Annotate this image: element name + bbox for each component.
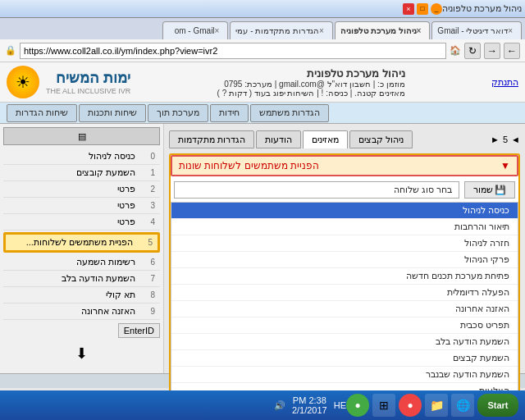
dropdown-header[interactable]: ▼ הפניית משתמשים לשלוחות שונות [171, 155, 518, 176]
dropdown-arrow-icon: ▼ [500, 160, 510, 171]
tab-listeners[interactable]: מאזינים [303, 130, 348, 148]
right-list: 0 כניסה לניהול 1 השמעת קובצים 2 פרטי 3 פ… [3, 148, 160, 320]
chrome-icon[interactable]: ● [399, 394, 422, 417]
taskbar: Start 🌐 📁 ● ⊞ ● HE 2:38 PM 2/1/2017 🔊 [0, 390, 525, 420]
right-item-3[interactable]: 3 פרטי [3, 198, 160, 214]
right-panel: ▤ 0 כניסה לניהול 1 השמעת קובצים 2 פרטי [0, 124, 164, 373]
right-item-6[interactable]: 6 רשימות השמעה [3, 254, 160, 271]
page-content: התנתק ניהול מערכת טלפונית מוזמן כ: | חשב… [0, 62, 525, 390]
title-bar: ניהול מערכת טלפוניה _ □ × [0, 0, 525, 18]
save-trigger[interactable]: בחר סוג שלוחה [174, 181, 459, 199]
tab-close-icon[interactable]: × [508, 26, 513, 35]
taskbar-time: 2:38 PM 2/1/2017 [292, 395, 327, 415]
close-btn[interactable]: × [403, 3, 414, 15]
tab-close-icon[interactable]: × [215, 26, 220, 35]
logo-text: ימות המשיח THE ALL INCLUSIVE IVR [46, 69, 130, 95]
main-area: ◄ 5 ► ניהול קבצים מאזינים הודעות הגדרות … [0, 124, 525, 373]
nav-btn-calls-settings[interactable]: שיחות הגדרות [7, 104, 77, 122]
tab-ivr[interactable]: × ניהול מערכת טלפוניה [335, 21, 430, 39]
tab-advanced[interactable]: הגדרות מתקדמות [169, 130, 254, 148]
top-nav: הגדרות משתמש חידות מערכת תוך שיחות ותכנו… [0, 103, 525, 124]
nav-btn-updates[interactable]: חידות [210, 104, 249, 122]
tab-messages[interactable]: הודעות [256, 130, 301, 148]
dropdown-item-9[interactable]: השמעת קבצים [171, 350, 518, 367]
chrome-icon2[interactable]: ● [346, 394, 369, 417]
download-icon[interactable]: ⬇ [3, 345, 160, 363]
save-icon: 💾 [495, 185, 506, 195]
dropdown-item-2[interactable]: חזרה לניהול [171, 235, 518, 252]
right-item-1[interactable]: 1 השמעת קובצים [3, 165, 160, 181]
ie-icon[interactable]: 🌐 [451, 394, 474, 417]
panel-tabs: ניהול קבצים מאזינים הודעות הגדרות מתקדמו… [169, 130, 413, 148]
back-btn[interactable]: ← [504, 43, 520, 59]
refresh-btn[interactable]: ↻ [464, 43, 481, 59]
right-item-7[interactable]: 7 השמעת הודעה בלב [3, 271, 160, 287]
nav-btn-system[interactable]: מערכת תוך [148, 104, 208, 122]
tab-gmail[interactable]: × דואר דיגיטלי - Gmail [431, 21, 522, 39]
next-page-btn[interactable]: ► [491, 135, 500, 144]
left-panel: ◄ 5 ► ניהול קבצים מאזינים הודעות הגדרות … [164, 124, 525, 373]
nav-btn-settings[interactable]: הגדרות משתמש [250, 104, 329, 122]
tab-close-icon[interactable]: × [319, 26, 324, 35]
right-item-4[interactable]: 4 פרטי [3, 214, 160, 231]
right-item-8[interactable]: 8 תא קולי [3, 287, 160, 304]
taskbar-lang: HE [334, 400, 346, 410]
home-icon[interactable]: 🏠 [450, 45, 461, 56]
start-button[interactable]: Start [477, 394, 518, 417]
dropdown-item-1[interactable]: תיאור והרחבות [171, 219, 518, 235]
tab-gmail2[interactable]: × om - Gmail [162, 21, 228, 39]
header-info: ניהול מערכת טלפונית מוזמן כ: | חשבון דוא… [217, 67, 405, 98]
dropdown-item-11[interactable]: הצלעות [171, 383, 518, 390]
maximize-btn[interactable]: □ [417, 3, 428, 15]
tab-settings[interactable]: × הגדרות מתקדמות - עמי [230, 21, 333, 39]
nav-btn-calls[interactable]: שיחות ותכנות [79, 104, 146, 122]
dropdown-container: ▼ הפניית משתמשים לשלוחות שונות 💾 שמור בח… [169, 153, 520, 390]
save-row: 💾 שמור בחר סוג שלוחה [171, 178, 518, 202]
header-info-line1: מוזמן כ: | חשבון דוא"ל @gmail.com | מערכ… [217, 80, 405, 89]
dropdown-list: כניסה לניהול תיאור והרחבות חזרה לניהול פ… [171, 202, 518, 390]
header-title: ניהול מערכת טלפונית [217, 67, 405, 80]
logo-sun-icon: ☀ [7, 66, 39, 98]
dropdown-item-5[interactable]: הפעלה רדיומלית [171, 285, 518, 301]
dropdown-item-0[interactable]: כניסה לניהול [171, 203, 518, 219]
page-indicator: 5 [503, 135, 508, 144]
lock-icon: 🔒 [5, 45, 16, 56]
right-item-5[interactable]: 5 הפניית משתמשים לשלוחות... [5, 234, 158, 251]
right-item-9[interactable]: 9 האזנה אחרונה [3, 304, 160, 320]
dropdown-item-4[interactable]: פתיחת מערכת תכנים חדשה [171, 268, 518, 285]
right-panel-icon: ▤ [78, 131, 86, 142]
forward-btn[interactable]: → [484, 43, 500, 59]
right-item-2[interactable]: 2 פרטי [3, 181, 160, 198]
dropdown-item-3[interactable]: פרקי הניהול [171, 252, 518, 268]
tab-files[interactable]: ניהול קבצים [349, 130, 413, 148]
header-logout: התנתק [491, 77, 518, 88]
window-title: ניהול מערכת טלפוניה [442, 3, 522, 14]
enter-id-button[interactable]: EnterID [118, 323, 160, 338]
right-item-0[interactable]: 0 כניסה לניהול [3, 148, 160, 165]
dropdown-item-7[interactable]: תפריט סכבית [171, 317, 518, 334]
speaker-icon[interactable]: 🔊 [274, 400, 285, 411]
right-panel-header: ▤ [3, 127, 160, 145]
minimize-btn[interactable]: _ [431, 3, 442, 15]
address-input[interactable] [20, 43, 446, 59]
tab-bar: × דואר דיגיטלי - Gmail × ניהול מערכת טלפ… [0, 18, 525, 39]
panel-nav: ◄ 5 ► ניהול קבצים מאזינים הודעות הגדרות … [169, 129, 520, 150]
save-button[interactable]: 💾 שמור [464, 181, 515, 199]
taskbar-icons: 🌐 📁 ● ⊞ ● [346, 394, 474, 417]
address-bar: ← → ↻ 🏠 🔒 [0, 39, 525, 62]
dropdown-item-6[interactable]: האזנה אחרונה [171, 301, 518, 317]
header-info-line2: מאזינים קטנה. | כניסה: ! | השיחות יפוג ב… [217, 89, 405, 98]
apps-icon[interactable]: ⊞ [372, 394, 395, 417]
prev-page-btn[interactable]: ◄ [511, 135, 520, 144]
site-header: התנתק ניהול מערכת טלפונית מוזמן כ: | חשב… [0, 62, 525, 103]
logo-area: ימות המשיח THE ALL INCLUSIVE IVR ☀ [7, 66, 130, 98]
dropdown-item-10[interactable]: השמעת הודעה שבנבר [171, 367, 518, 383]
right-highlight-box: 5 הפניית משתמשים לשלוחות... [3, 232, 160, 253]
taskbar-right: HE 2:38 PM 2/1/2017 🔊 [274, 395, 346, 415]
tab-close-icon[interactable]: × [417, 26, 422, 35]
folder-icon[interactable]: 📁 [425, 394, 448, 417]
dropdown-item-8[interactable]: השמעת הודעה בלב [171, 334, 518, 350]
page-nav: ◄ 5 ► [491, 135, 520, 144]
